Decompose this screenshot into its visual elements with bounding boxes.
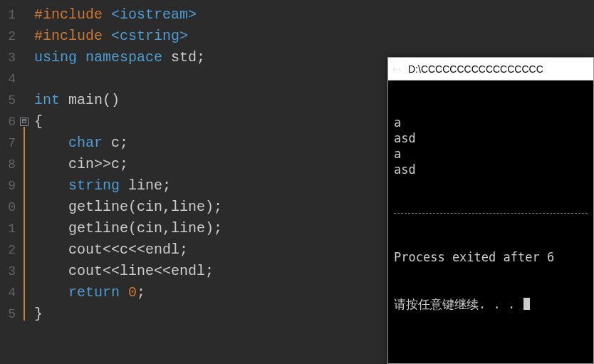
console-titlebar[interactable]: D:\CCCCCCCCCCCCCCCCC (388, 58, 593, 80)
line-number-gutter: 123456789012345 (0, 0, 20, 364)
fold-gutter: ⊟ (20, 0, 31, 364)
console-app-icon (392, 63, 404, 75)
line-number: 1 (0, 218, 16, 239)
code-line[interactable]: #include <iostream> (34, 4, 594, 26)
console-exit-message: Process exited after 6 (394, 249, 588, 265)
line-number: 6 (0, 111, 16, 132)
code-line[interactable]: #include <cstring> (34, 26, 594, 47)
console-line: asd (394, 162, 588, 177)
console-window: D:\CCCCCCCCCCCCCCCCC aasdaasd Process ex… (387, 57, 594, 364)
line-number: 5 (0, 90, 16, 111)
line-number: 3 (0, 47, 16, 68)
line-number: 5 (0, 303, 16, 325)
line-number: 4 (0, 282, 16, 303)
console-title-text: D:\CCCCCCCCCCCCCCCCC (408, 63, 543, 75)
console-divider (394, 213, 588, 214)
line-number: 9 (0, 175, 16, 197)
line-number: 4 (0, 68, 16, 90)
line-number: 2 (0, 239, 16, 261)
line-number: 1 (0, 4, 16, 26)
line-number: 2 (0, 26, 16, 47)
console-output[interactable]: aasdaasd Process exited after 6 请按任意键继续.… (388, 80, 593, 346)
line-number: 0 (0, 197, 16, 218)
line-number: 3 (0, 261, 16, 282)
fold-collapse-icon[interactable]: ⊟ (20, 118, 28, 126)
line-number: 7 (0, 132, 16, 154)
console-line: asd (394, 130, 588, 146)
line-number: 8 (0, 154, 16, 175)
cursor-icon (523, 298, 530, 310)
console-line: a (394, 115, 588, 130)
console-prompt: 请按任意键继续. . . (394, 296, 588, 312)
fold-guide-line (24, 127, 25, 321)
console-line: a (394, 146, 588, 162)
